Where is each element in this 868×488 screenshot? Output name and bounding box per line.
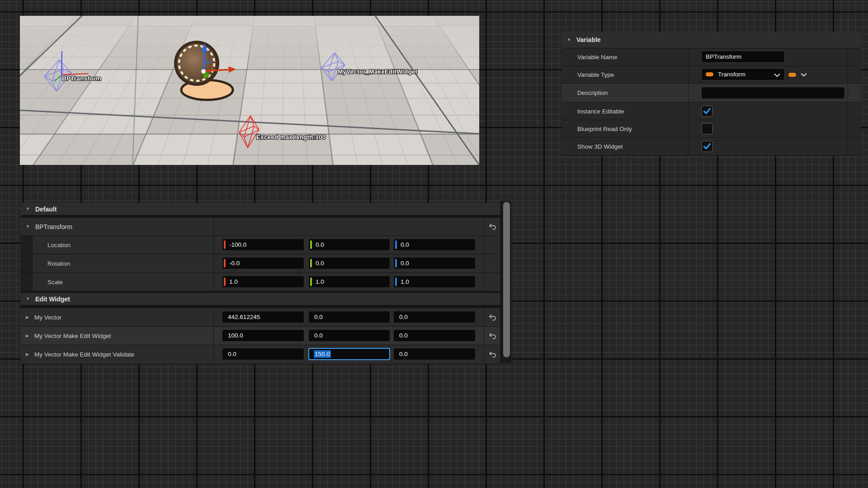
chevron-expanded-icon[interactable]: ▼	[567, 38, 571, 42]
variable-type-row: Variable Type Transform	[562, 66, 861, 83]
scale-x-input[interactable]: 1.0	[222, 276, 304, 288]
bptransform-widget[interactable]	[44, 51, 88, 91]
show-3d-widget-label: Show 3D Widget	[562, 138, 689, 155]
my-vector-make-edit-widget-x-input[interactable]: 100.0	[222, 329, 304, 342]
scale-z-input[interactable]: 1.0	[393, 276, 476, 288]
blueprint-graph-background[interactable]: BPTransform MyVector_MakeEditWidget	[0, 0, 868, 488]
rotation-x-input[interactable]: -0.0	[222, 257, 304, 269]
location-label: Location	[47, 242, 71, 249]
viewport-overlay: BPTransform MyVector_MakeEditWidget	[20, 16, 479, 165]
my-vector-make-edit-widget-y-input[interactable]: 0.0	[308, 329, 390, 342]
my-vector-make-edit-widget-validate-label: My Vector Make Edit Widget Validate	[34, 351, 134, 358]
chevron-expanded-icon[interactable]: ▼	[26, 207, 30, 211]
variable-name-label: Variable Name	[562, 48, 689, 66]
reset-to-default-icon[interactable]	[488, 332, 497, 340]
my-vector-x-input[interactable]: 442.612245	[222, 311, 304, 323]
blueprint-read-only-row: Blueprint Read Only	[562, 120, 861, 137]
chevron-collapsed-icon[interactable]: ▶	[26, 352, 29, 357]
instance-editable-label: Instance Editable	[562, 103, 689, 120]
scale-y-input[interactable]: 1.0	[308, 276, 390, 288]
edit-widget-section-header[interactable]: ▼ Edit Widget	[21, 293, 500, 305]
y-axis-bar	[310, 259, 312, 267]
bptransform-property-label: BPTransform	[35, 223, 72, 230]
reset-to-default-icon[interactable]	[488, 314, 497, 321]
details-scrollbar-thumb[interactable]	[503, 202, 510, 357]
z-axis-bar	[395, 277, 397, 286]
rotation-label: Rotation	[47, 260, 70, 267]
y-axis-bar	[310, 240, 312, 249]
instance-editable-row: Instance Editable	[562, 103, 861, 120]
variable-section-title: Variable	[576, 36, 601, 43]
chevron-expanded-icon[interactable]: ▼	[26, 225, 30, 229]
gizmo-origin-dot[interactable]	[201, 69, 206, 74]
default-section-header[interactable]: ▼ Default	[21, 203, 500, 216]
x-axis-bar	[224, 277, 226, 286]
myvector-makeeditwidget-widget[interactable]	[321, 53, 345, 81]
my-vector-y-input[interactable]: 0.0	[308, 311, 390, 323]
description-row: Description	[562, 84, 861, 102]
my-vector-make-edit-widget-label: My Vector Make Edit Widget	[34, 333, 111, 339]
variable-type-label: Variable Type	[562, 66, 689, 83]
viewport-3d-preview[interactable]: BPTransform MyVector_MakeEditWidget	[20, 16, 479, 165]
location-row: Location -100.0 0.0 0.0	[21, 236, 500, 254]
x-axis-bar	[224, 240, 226, 249]
instance-editable-checkbox[interactable]	[701, 105, 713, 117]
default-section-title: Default	[35, 206, 57, 213]
variable-name-value: BPTransform	[706, 53, 741, 60]
reset-to-default-icon[interactable]	[488, 223, 497, 230]
blueprint-read-only-checkbox[interactable]	[701, 123, 713, 135]
variable-type-dropdown[interactable]: Transform	[701, 68, 785, 80]
gizmo-x-arrowhead[interactable]	[229, 66, 236, 73]
exceed-max-length-label: Exceed max length:100	[256, 134, 326, 141]
my-vector-label: My Vector	[34, 314, 61, 321]
my-vector-row: ▶ My Vector 442.612245 0.0 0.0	[21, 308, 500, 326]
widget-z-line	[61, 51, 62, 75]
bptransform-property-row: ▼ BPTransform	[21, 218, 500, 235]
description-label: Description	[562, 84, 689, 102]
my-vector-make-edit-widget-row: ▶ My Vector Make Edit Widget 100.0 0.0 0…	[21, 327, 500, 345]
my-vector-make-edit-widget-validate-y-input-editing[interactable]: 150.0	[308, 348, 390, 360]
details-scrollbar-track[interactable]	[500, 201, 511, 363]
rotation-y-input[interactable]: 0.0	[308, 257, 390, 269]
myvector-makeeditwidget-label: MyVector_MakeEditWidget	[338, 68, 418, 75]
location-z-input[interactable]: 0.0	[393, 239, 476, 251]
chevron-expanded-icon[interactable]: ▼	[26, 297, 30, 301]
sphere-body	[177, 44, 217, 83]
my-vector-z-input[interactable]: 0.0	[393, 311, 476, 323]
my-vector-make-edit-widget-validate-row: ▶ My Vector Make Edit Widget Validate 0.…	[21, 345, 500, 364]
transform-type-pill-icon	[706, 72, 713, 76]
variable-type-value: Transform	[718, 71, 745, 78]
location-y-input[interactable]: 0.0	[308, 239, 390, 251]
my-vector-make-edit-widget-validate-x-input[interactable]: 0.0	[222, 348, 304, 360]
z-axis-bar	[395, 240, 397, 249]
variable-section-header[interactable]: ▼ Variable	[562, 32, 861, 48]
container-type-pill-icon[interactable]	[788, 73, 796, 77]
chevron-collapsed-icon[interactable]: ▶	[26, 334, 29, 338]
scale-label: Scale	[47, 279, 63, 286]
my-vector-make-edit-widget-z-input[interactable]: 0.0	[393, 329, 476, 342]
chevron-down-icon	[774, 73, 780, 77]
checkmark-icon	[703, 108, 711, 115]
exceed-max-widget[interactable]	[239, 116, 259, 148]
blueprint-read-only-label: Blueprint Read Only	[562, 120, 689, 137]
container-type-chevron-icon[interactable]	[801, 73, 807, 77]
checkmark-icon	[703, 143, 711, 150]
scale-row: Scale 1.0 1.0 1.0	[21, 273, 500, 291]
location-x-input[interactable]: -100.0	[222, 239, 304, 251]
variable-name-input[interactable]: BPTransform	[701, 51, 785, 63]
x-axis-bar	[224, 259, 226, 267]
description-input[interactable]	[701, 87, 845, 99]
edit-widget-section-title: Edit Widget	[35, 296, 70, 303]
rotation-z-input[interactable]: 0.0	[393, 257, 476, 269]
widget-x-line	[62, 74, 88, 75]
variable-details-panel: ▼ Variable Variable Name BPTransform Var…	[562, 32, 861, 155]
show-3d-widget-row: Show 3D Widget	[562, 138, 861, 155]
my-vector-make-edit-widget-validate-z-input[interactable]: 0.0	[393, 348, 476, 360]
show-3d-widget-checkbox[interactable]	[701, 141, 713, 152]
rotation-row: Rotation -0.0 0.0 0.0	[21, 254, 500, 272]
selected-text: 150.0	[314, 350, 331, 358]
chevron-collapsed-icon[interactable]: ▶	[26, 315, 29, 319]
reset-to-default-icon[interactable]	[488, 351, 497, 358]
defaults-details-panel: ▼ Default ▼ BPTransform Location -100.0 …	[21, 203, 500, 364]
z-axis-bar	[395, 259, 397, 267]
